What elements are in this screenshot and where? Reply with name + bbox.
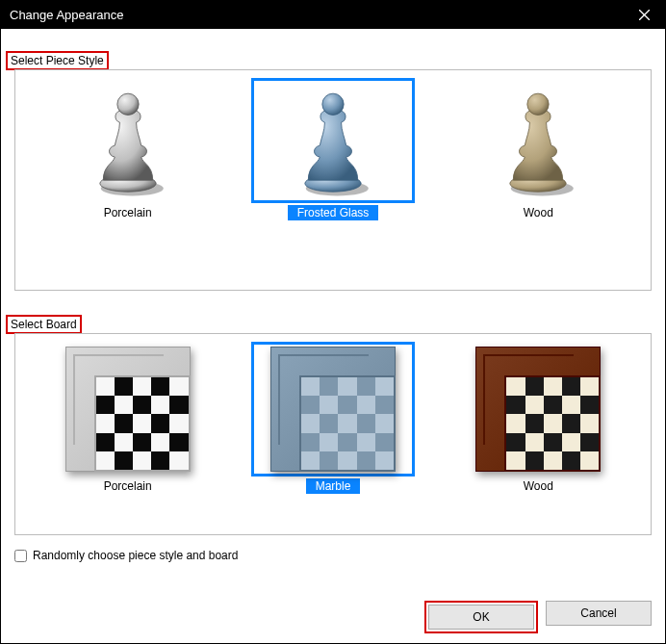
close-icon [639,10,650,20]
piece-option-label: Porcelain [94,205,162,220]
board-option-marble[interactable]: Marble [249,342,416,494]
board-option-label: Marble [306,478,361,494]
close-button[interactable] [623,0,666,29]
title-bar: Change Appearance [0,0,666,29]
board-tile-icon [475,347,601,472]
random-checkbox[interactable] [14,550,27,562]
section-label-piece-style: Select Piece Style [6,51,109,70]
dialog-client-area: Select Piece Style Porcelain [1,29,665,643]
board-option-label: Porcelain [94,478,162,494]
cancel-button[interactable]: Cancel [546,601,652,626]
svg-point-7 [322,93,344,115]
board-style-panel: Porcelain Marble Wood [14,333,652,535]
piece-style-panel: Porcelain Frosted Glass [14,69,652,291]
board-thumbnail [251,342,415,477]
svg-point-4 [117,93,139,115]
random-checkbox-label: Randomly choose piece style and board [33,549,238,562]
ok-button-highlight: OK [424,601,538,633]
pawn-icon [290,83,376,198]
piece-option-porcelain[interactable]: Porcelain [44,78,211,220]
piece-thumbnail [251,78,415,203]
ok-button[interactable]: OK [428,605,534,630]
piece-thumbnail [46,78,210,203]
window-title: Change Appearance [10,8,124,22]
random-checkbox-row[interactable]: Randomly choose piece style and board [14,549,238,562]
board-thumbnail [456,342,620,477]
board-option-porcelain[interactable]: Porcelain [44,342,211,494]
piece-option-label: Wood [514,205,563,220]
piece-thumbnail [456,78,620,203]
board-option-label: Wood [514,478,563,494]
board-thumbnail [46,342,210,477]
board-tile-icon [65,347,191,472]
dialog-button-row: OK Cancel [424,601,652,633]
piece-option-label: Frosted Glass [288,205,379,220]
pawn-icon [85,83,171,198]
board-tile-icon [270,347,396,472]
board-option-wood[interactable]: Wood [455,342,622,494]
piece-option-frosted-glass[interactable]: Frosted Glass [249,78,416,220]
section-label-board: Select Board [6,315,82,334]
piece-option-wood[interactable]: Wood [455,78,622,220]
svg-point-10 [527,93,549,115]
pawn-icon [495,83,581,198]
